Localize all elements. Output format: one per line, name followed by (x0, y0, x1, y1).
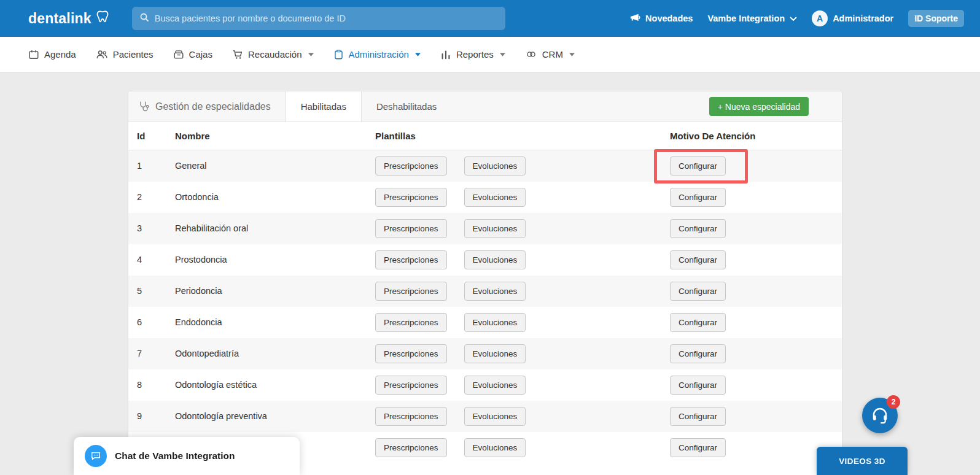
row-id: 7 (128, 338, 166, 369)
id-soporte-badge[interactable]: ID Soporte (908, 10, 964, 27)
row-id: 8 (128, 369, 166, 401)
column-header-id: Id (128, 122, 166, 150)
top-header: dentalink Novedades Vambe Integration A … (0, 0, 980, 37)
tab-habilitadas[interactable]: Habilitadas (286, 91, 362, 122)
configurar-button[interactable]: Configurar (670, 376, 726, 395)
support-button[interactable]: 2 (862, 398, 898, 433)
nav-item-cajas[interactable]: Cajas (173, 49, 212, 60)
table-row: 4ProstodonciaPrescripcionesEvolucionesCo… (128, 244, 842, 276)
configurar-button[interactable]: Configurar (670, 250, 726, 269)
column-header-nombre: Nombre (166, 122, 367, 150)
prescripciones-button[interactable]: Prescripciones (375, 376, 447, 395)
table-body: 1GeneralPrescripcionesEvolucionesConfigu… (128, 150, 842, 463)
nav-label: Administración (349, 49, 409, 60)
configurar-button[interactable]: Configurar (670, 282, 726, 301)
row-id: 6 (128, 307, 166, 338)
prescripciones-button[interactable]: Prescripciones (375, 156, 447, 176)
column-header-plantillas: Plantillas (367, 122, 661, 150)
table-header-row: Id Nombre Plantillas Motivo De Atención (128, 122, 842, 150)
evoluciones-button[interactable]: Evoluciones (464, 219, 526, 238)
row-motivo: Configurar (661, 307, 842, 338)
row-id: 5 (128, 276, 166, 307)
prescripciones-button[interactable]: Prescripciones (375, 438, 447, 457)
prescripciones-button[interactable]: Prescripciones (375, 188, 447, 207)
nav-label: Agenda (44, 49, 76, 60)
prescripciones-button[interactable]: Prescripciones (375, 344, 447, 363)
evoluciones-button[interactable]: Evoluciones (464, 250, 526, 269)
row-motivo: Configurar (661, 338, 842, 369)
evoluciones-button[interactable]: Evoluciones (464, 407, 526, 426)
row-name: Odontología estética (166, 369, 367, 401)
novedades-link[interactable]: Novedades (629, 12, 693, 25)
novedades-label: Novedades (645, 14, 693, 23)
configurar-button[interactable]: Configurar (670, 188, 726, 207)
nav-label: Reportes (456, 49, 494, 60)
new-specialty-button[interactable]: + Nueva especialidad (709, 97, 809, 116)
configurar-button[interactable]: Configurar (670, 407, 726, 426)
tooth-icon (95, 10, 111, 27)
tab-deshabilitadas[interactable]: Deshabilitadas (362, 91, 451, 122)
prescripciones-button[interactable]: Prescripciones (375, 219, 447, 238)
nav-item-crm[interactable]: CRM (525, 49, 575, 60)
chevron-down-icon (500, 53, 505, 56)
tabs: Habilitadas Deshabilitadas (286, 91, 452, 122)
account-menu[interactable]: Vambe Integration (707, 14, 797, 23)
evoluciones-button[interactable]: Evoluciones (464, 188, 526, 207)
nav-label: Pacientes (113, 49, 154, 60)
prescripciones-button[interactable]: Prescripciones (375, 313, 447, 332)
nav-item-recaudacion[interactable]: Recaudación (232, 49, 314, 60)
configurar-button[interactable]: Configurar (670, 438, 726, 457)
nav-label: Recaudación (248, 49, 302, 60)
row-plantillas: PrescripcionesEvoluciones (367, 182, 661, 213)
prescripciones-button[interactable]: Prescripciones (375, 407, 447, 426)
table-row: 8Odontología estéticaPrescripcionesEvolu… (128, 369, 842, 401)
dentalink-logo[interactable]: dentalink (28, 10, 111, 27)
row-plantillas: PrescripcionesEvoluciones (367, 338, 661, 369)
bar-chart-icon (440, 49, 451, 60)
table-row: 2OrtodonciaPrescripcionesEvolucionesConf… (128, 182, 842, 213)
configurar-button[interactable]: Configurar (670, 156, 726, 176)
configurar-button[interactable]: Configurar (670, 313, 726, 332)
search-input[interactable] (155, 14, 498, 23)
nav-item-pacientes[interactable]: Pacientes (96, 49, 154, 60)
row-name: Prostodoncia (166, 244, 367, 276)
evoluciones-button[interactable]: Evoluciones (464, 438, 526, 457)
evoluciones-button[interactable]: Evoluciones (464, 376, 526, 395)
specialties-card: Gestión de especialidades Habilitadas De… (128, 91, 842, 475)
evoluciones-button[interactable]: Evoluciones (464, 344, 526, 363)
configurar-button[interactable]: Configurar (670, 344, 726, 363)
row-motivo: Configurar (661, 401, 842, 432)
user-label: Administrador (833, 14, 893, 23)
row-plantillas: PrescripcionesEvoluciones (367, 150, 661, 182)
logo-text: dentalink (28, 10, 91, 27)
nav-item-administracion[interactable]: Administración (333, 49, 421, 60)
evoluciones-button[interactable]: Evoluciones (464, 156, 526, 176)
row-name: Rehabilitación oral (166, 213, 367, 244)
evoluciones-button[interactable]: Evoluciones (464, 282, 526, 301)
nav-item-reportes[interactable]: Reportes (440, 49, 505, 60)
table-row: 3Rehabilitación oralPrescripcionesEvoluc… (128, 213, 842, 244)
user-menu[interactable]: A Administrador (812, 10, 893, 26)
row-id: 9 (128, 401, 166, 432)
row-plantillas: PrescripcionesEvoluciones (367, 244, 661, 276)
configurar-button[interactable]: Configurar (670, 219, 726, 238)
row-name: General (166, 150, 367, 182)
card-header: Gestión de especialidades Habilitadas De… (128, 91, 842, 122)
page-title: Gestión de especialidades (128, 91, 271, 122)
nav-item-agenda[interactable]: Agenda (28, 49, 76, 60)
megaphone-icon (629, 12, 640, 25)
patients-icon (96, 49, 108, 60)
chevron-down-icon (790, 14, 797, 23)
row-id: 3 (128, 213, 166, 244)
videos-3d-button[interactable]: VIDEOS 3D (817, 447, 908, 475)
column-header-motivo: Motivo De Atención (661, 122, 842, 150)
row-id: 1 (128, 150, 166, 182)
main-content: Gestión de especialidades Habilitadas De… (0, 91, 980, 475)
chat-widget[interactable]: Chat de Vambe Integration (74, 437, 300, 475)
calendar-icon (28, 49, 39, 60)
prescripciones-button[interactable]: Prescripciones (375, 250, 447, 269)
evoluciones-button[interactable]: Evoluciones (464, 313, 526, 332)
specialties-table: Id Nombre Plantillas Motivo De Atención … (128, 122, 842, 463)
prescripciones-button[interactable]: Prescripciones (375, 282, 447, 301)
chevron-down-icon (308, 53, 314, 56)
